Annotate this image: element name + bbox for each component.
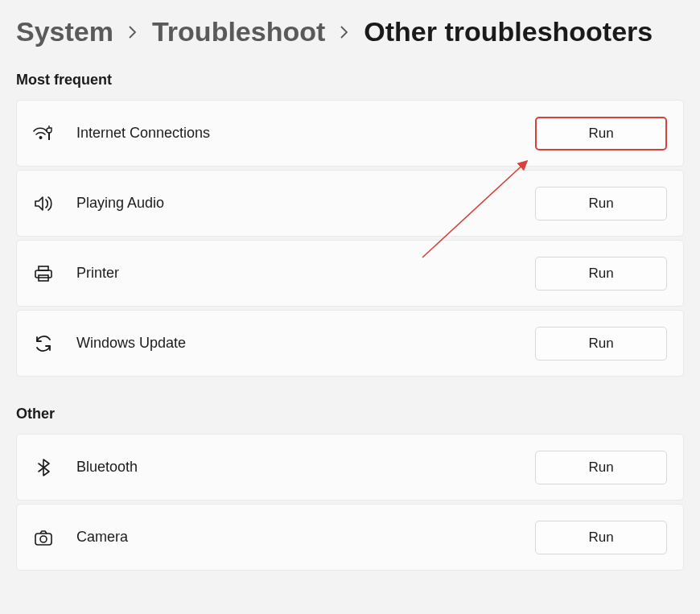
troubleshooter-label: Camera [76, 529, 513, 546]
breadcrumb-troubleshoot[interactable]: Troubleshoot [152, 16, 325, 47]
bluetooth-icon [33, 457, 54, 478]
troubleshooter-row-windows-update: Windows Update Run [16, 310, 684, 377]
page-title: Other troubleshooters [364, 16, 653, 47]
section-heading-other: Other [16, 406, 684, 422]
svg-rect-3 [35, 270, 51, 278]
section-heading-most-frequent: Most frequent [16, 72, 684, 89]
svg-rect-1 [48, 133, 50, 140]
breadcrumb-system[interactable]: System [16, 16, 113, 47]
svg-point-0 [39, 136, 43, 139]
troubleshooter-row-bluetooth: Bluetooth Run [16, 434, 684, 501]
camera-icon [33, 527, 54, 548]
run-button[interactable]: Run [535, 327, 667, 361]
chevron-right-icon [340, 25, 349, 39]
svg-rect-5 [35, 534, 51, 545]
troubleshooter-row-internet-connections: Internet Connections Run [16, 100, 684, 167]
run-button[interactable]: Run [535, 187, 667, 220]
run-button[interactable]: Run [535, 257, 667, 291]
run-button[interactable]: Run [535, 451, 667, 484]
troubleshooter-label: Playing Audio [76, 195, 513, 212]
svg-point-6 [40, 536, 47, 542]
refresh-icon [33, 333, 54, 354]
wifi-wrench-icon [33, 123, 54, 144]
printer-icon [33, 263, 54, 284]
troubleshooter-label: Bluetooth [76, 459, 513, 476]
run-button[interactable]: Run [535, 521, 667, 554]
troubleshooter-label: Printer [76, 265, 513, 282]
troubleshooter-row-camera: Camera Run [16, 504, 684, 571]
speaker-icon [33, 193, 54, 214]
run-button[interactable]: Run [535, 117, 667, 150]
chevron-right-icon [128, 25, 138, 39]
troubleshooter-row-printer: Printer Run [16, 240, 684, 307]
breadcrumb: System Troubleshoot Other troubleshooter… [16, 16, 684, 47]
troubleshooter-row-playing-audio: Playing Audio Run [16, 170, 684, 237]
troubleshooter-label: Windows Update [76, 335, 513, 352]
troubleshooter-label: Internet Connections [76, 125, 513, 142]
